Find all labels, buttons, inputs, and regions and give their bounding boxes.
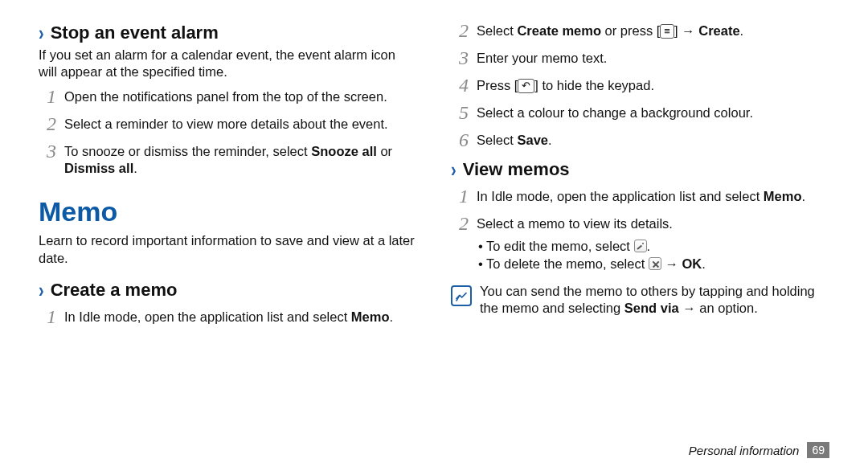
list-item: 1 In Idle mode, open the application lis… <box>451 188 829 206</box>
step-number: 3 <box>451 48 469 68</box>
step-text: Open the notifications panel from the to… <box>64 88 417 105</box>
step-text: In Idle mode, open the application list … <box>64 309 417 326</box>
heading-text: Create a memo <box>51 280 178 301</box>
step-text: To snooze or dismiss the reminder, selec… <box>64 143 417 177</box>
memo-intro: Learn to record important information to… <box>39 232 417 266</box>
edit-icon <box>634 240 647 252</box>
step-number: 2 <box>39 114 56 133</box>
step-number: 4 <box>451 76 469 95</box>
page-footer: Personal information 69 <box>689 442 829 458</box>
step-number: 2 <box>451 21 469 40</box>
view-memos-steps: 1 In Idle mode, open the application lis… <box>451 188 829 273</box>
create-memo-steps: 1 In Idle mode, open the application lis… <box>39 309 417 326</box>
page-number: 69 <box>807 442 829 458</box>
create-memo-steps-continued: 2 Select Create memo or press [≡] → Crea… <box>451 23 829 149</box>
stop-alarm-intro: If you set an alarm for a calendar event… <box>39 47 417 80</box>
list-item: 3 Enter your memo text. <box>451 50 829 68</box>
list-item: 2 Select Create memo or press [≡] → Crea… <box>451 23 829 40</box>
heading-text: View memos <box>463 159 570 180</box>
footer-section: Personal information <box>689 444 800 457</box>
step-number: 1 <box>39 307 56 326</box>
list-item: 1 In Idle mode, open the application lis… <box>39 309 417 326</box>
step-text: Enter your memo text. <box>477 50 829 67</box>
step-text: Select Save. <box>477 132 829 149</box>
list-item: 4 Press [↶] to hide the keypad. <box>451 77 829 95</box>
note-icon <box>451 285 472 306</box>
chevron-bullet-icon: › <box>451 159 457 180</box>
step-number: 2 <box>451 214 469 233</box>
step-number: 1 <box>451 186 469 206</box>
list-item: 1 Open the notifications panel from the … <box>39 88 417 106</box>
list-item: 6 Select Save. <box>451 132 829 149</box>
step-text: Select a colour to change a background c… <box>477 104 829 121</box>
note-box: You can send the memo to others by tappi… <box>451 283 829 317</box>
back-key-icon: ↶ <box>518 79 534 93</box>
list-item: 2 Select a reminder to view more details… <box>39 116 417 133</box>
note-text: You can send the memo to others by tappi… <box>480 283 829 317</box>
list-item: 5 Select a colour to change a background… <box>451 104 829 122</box>
view-memos-sublist: • To edit the memo, select . • To delete… <box>477 237 829 273</box>
step-text: Select a reminder to view more details a… <box>64 116 417 133</box>
sublist-item: • To edit the memo, select . <box>477 237 829 255</box>
heading-stop-an-event-alarm: › Stop an event alarm <box>39 23 417 43</box>
step-number: 1 <box>39 87 56 106</box>
right-column: 2 Select Create memo or press [≡] → Crea… <box>451 23 829 336</box>
left-column: › Stop an event alarm If you set an alar… <box>39 23 417 336</box>
sublist-item: • To delete the memo, select → OK. <box>477 255 829 272</box>
page-columns: › Stop an event alarm If you set an alar… <box>39 23 829 336</box>
heading-view-memos: › View memos <box>451 159 829 180</box>
step-number: 5 <box>451 103 469 122</box>
step-number: 6 <box>451 130 469 149</box>
step-text: Select a memo to view its details. • To … <box>477 215 829 273</box>
chevron-bullet-icon: › <box>39 23 44 43</box>
step-text: Press [↶] to hide the keypad. <box>477 77 829 94</box>
chevron-bullet-icon: › <box>39 280 44 301</box>
heading-text: Stop an event alarm <box>51 23 219 43</box>
step-number: 3 <box>39 141 56 161</box>
step-text: Select Create memo or press [≡] → Create… <box>477 23 829 39</box>
list-item: 3 To snooze or dismiss the reminder, sel… <box>39 143 417 177</box>
delete-icon <box>649 257 661 270</box>
section-title-memo: Memo <box>39 196 417 227</box>
menu-key-icon: ≡ <box>660 24 674 39</box>
step-text: In Idle mode, open the application list … <box>477 188 829 205</box>
stop-alarm-steps: 1 Open the notifications panel from the … <box>39 88 417 177</box>
list-item: 2 Select a memo to view its details. • T… <box>451 215 829 273</box>
heading-create-a-memo: › Create a memo <box>39 280 417 301</box>
